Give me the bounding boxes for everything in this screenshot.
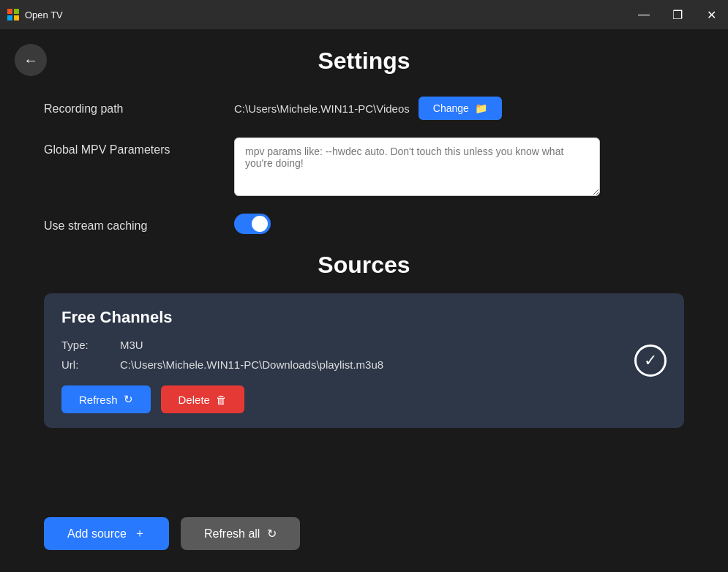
bottom-actions: Add source ＋ Refresh all ↻ xyxy=(44,517,300,550)
trash-icon: 🗑 xyxy=(216,394,227,406)
folder-icon: 📁 xyxy=(475,102,487,114)
source-url-row: Url: C:\Users\Michele.WIN11-PC\Downloads… xyxy=(61,358,667,371)
change-button-label: Change xyxy=(433,102,469,114)
refresh-source-button[interactable]: Refresh ↻ xyxy=(61,385,151,413)
title-bar: Open TV — ❐ ✕ xyxy=(0,0,728,29)
back-button[interactable]: ← xyxy=(15,44,47,76)
mpv-params-row: Global MPV Parameters xyxy=(44,138,684,196)
back-arrow-icon: ← xyxy=(23,52,38,69)
app-title: Open TV xyxy=(25,10,63,20)
settings-heading: Settings xyxy=(44,44,684,75)
stream-caching-toggle-container xyxy=(234,214,684,234)
mpv-params-input[interactable] xyxy=(234,138,600,196)
change-path-button[interactable]: Change 📁 xyxy=(419,97,502,120)
stream-caching-toggle[interactable] xyxy=(234,214,271,234)
close-button[interactable]: ✕ xyxy=(694,0,728,29)
add-source-label: Add source xyxy=(67,527,127,541)
minimize-button[interactable]: — xyxy=(627,0,661,29)
refresh-source-label: Refresh xyxy=(79,394,118,406)
source-type-label: Type: xyxy=(61,339,120,351)
recording-path-label: Recording path xyxy=(44,97,234,116)
recording-path-row: Recording path C:\Users\Michele.WIN11-PC… xyxy=(44,97,684,120)
source-name: Free Channels xyxy=(61,308,667,327)
stream-caching-label: Use stream caching xyxy=(44,214,234,233)
mpv-params-label: Global MPV Parameters xyxy=(44,138,234,157)
sources-heading: Sources xyxy=(44,252,684,279)
source-check-icon: ✓ xyxy=(634,345,667,377)
source-url-label: Url: xyxy=(61,358,120,371)
title-bar-left: Open TV xyxy=(7,9,63,20)
refresh-icon: ↻ xyxy=(124,393,133,406)
window-controls: — ❐ ✕ xyxy=(627,0,728,29)
source-type-value: M3U xyxy=(120,339,143,351)
source-actions: Refresh ↻ Delete 🗑 xyxy=(61,385,667,413)
source-card: Free Channels Type: M3U Url: C:\Users\Mi… xyxy=(44,293,684,428)
toggle-knob xyxy=(252,216,268,232)
refresh-all-button[interactable]: Refresh all ↻ xyxy=(181,517,300,550)
plus-icon: ＋ xyxy=(134,526,146,541)
maximize-button[interactable]: ❐ xyxy=(661,0,694,29)
main-content: ← Settings Recording path C:\Users\Miche… xyxy=(0,29,728,457)
recording-path-value: C:\Users\Michele.WIN11-PC\Videos Change … xyxy=(234,97,684,120)
refresh-all-icon: ↻ xyxy=(267,527,277,541)
refresh-all-label: Refresh all xyxy=(204,527,260,541)
delete-source-button[interactable]: Delete 🗑 xyxy=(161,385,244,413)
source-type-row: Type: M3U xyxy=(61,339,667,351)
delete-source-label: Delete xyxy=(179,394,210,406)
add-source-button[interactable]: Add source ＋ xyxy=(44,517,169,550)
mpv-params-value xyxy=(234,138,684,196)
stream-caching-row: Use stream caching xyxy=(44,214,684,234)
check-circle: ✓ xyxy=(634,345,667,377)
source-url-value: C:\Users\Michele.WIN11-PC\Downloads\play… xyxy=(120,358,383,371)
recording-path-text: C:\Users\Michele.WIN11-PC\Videos xyxy=(234,102,410,115)
app-icon xyxy=(7,9,19,20)
